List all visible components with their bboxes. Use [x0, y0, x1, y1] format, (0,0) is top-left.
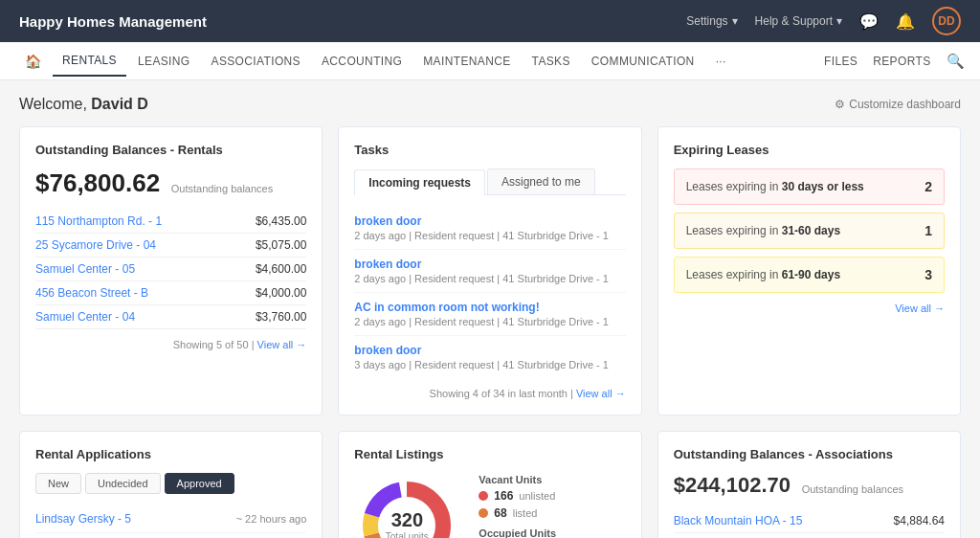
- donut-total-label: Total units: [386, 531, 429, 538]
- gear-icon: ⚙: [835, 98, 845, 111]
- table-row: 456 Beacon Street - B$4,000.00: [35, 281, 306, 305]
- tasks-footer: Showing 4 of 34 in last month | View all…: [354, 388, 625, 399]
- expiring-leases-view-all[interactable]: View all →: [895, 303, 945, 314]
- brand-title: Happy Homes Management: [19, 13, 686, 30]
- outstanding-rentals-label: Outstanding balances: [171, 183, 273, 194]
- nav-maintenance[interactable]: MAINTENANCE: [413, 47, 520, 76]
- list-item[interactable]: Samuel Center - 04: [35, 310, 135, 324]
- tab-assigned-to-me[interactable]: Assigned to me: [487, 168, 595, 194]
- lease-count: 3: [924, 267, 932, 282]
- secondary-nav: 🏠 RENTALS LEASING ASSOCIATIONS ACCOUNTIN…: [0, 42, 980, 80]
- nav-more[interactable]: ···: [706, 47, 736, 76]
- help-chevron: ▾: [836, 14, 842, 28]
- dot-vacant-unlisted: [479, 491, 488, 501]
- welcome-message: Welcome, David D: [19, 96, 148, 113]
- outstanding-rentals-card: Outstanding Balances - Rentals $76,800.6…: [19, 126, 323, 415]
- table-row: 115 Northampton Rd. - 1$6,435.00: [35, 210, 306, 234]
- outstanding-rentals-amount: $76,800.62: [35, 168, 160, 198]
- applicant-name[interactable]: Lindsay Gersky - 5: [35, 512, 131, 526]
- balance-value: $5,075.00: [256, 238, 306, 252]
- settings-link[interactable]: Settings ▾: [686, 14, 737, 28]
- app-tab-new[interactable]: New: [35, 473, 81, 494]
- welcome-bar: Welcome, David D ⚙ Customize dashboard: [19, 96, 961, 113]
- nav-reports[interactable]: REPORTS: [873, 55, 930, 68]
- task-title[interactable]: AC in common room not working!: [354, 301, 625, 314]
- balance-value: $3,760.00: [256, 310, 306, 324]
- outstanding-rentals-footer-text: Showing 5 of 50 |: [173, 339, 257, 350]
- outstanding-rentals-title: Outstanding Balances - Rentals: [35, 143, 306, 157]
- help-link[interactable]: Help & Support ▾: [755, 14, 842, 28]
- task-title[interactable]: broken door: [354, 258, 625, 271]
- top-nav-right: Settings ▾ Help & Support ▾ 💬 🔔 DD: [686, 7, 961, 35]
- table-row: Samuel Center - 05$4,600.00: [35, 258, 306, 281]
- chat-icon[interactable]: 💬: [859, 12, 879, 31]
- lease-count: 2: [924, 179, 932, 194]
- tab-incoming-requests[interactable]: Incoming requests: [354, 169, 485, 195]
- task-title[interactable]: broken door: [354, 344, 625, 357]
- task-meta: 3 days ago | Resident request | 41 Sturb…: [354, 359, 625, 370]
- list-item[interactable]: Samuel Center - 05: [35, 262, 135, 276]
- nav-rentals[interactable]: RENTALS: [53, 46, 126, 77]
- search-icon[interactable]: 🔍: [947, 53, 965, 70]
- balance-value: $4,884.64: [894, 514, 945, 527]
- settings-chevron: ▾: [732, 14, 738, 28]
- dot-vacant-listed: [479, 508, 488, 518]
- outstanding-associations-amount: $244,102.70: [674, 473, 791, 497]
- table-row: Black Mountain HOA - 16$4,884.64: [674, 533, 945, 538]
- tasks-list: broken door2 days ago | Resident request…: [354, 207, 625, 378]
- vacant-listed-val: 68: [494, 506, 506, 520]
- task-title[interactable]: broken door: [354, 214, 625, 228]
- sec-nav-items: 🏠 RENTALS LEASING ASSOCIATIONS ACCOUNTIN…: [15, 46, 824, 77]
- donut-total: 320: [386, 509, 429, 531]
- rental-listings-card: Rental Listings 320 Total units Vaca: [338, 431, 641, 538]
- nav-associations[interactable]: ASSOCIATIONS: [202, 47, 310, 76]
- dashboard-grid: Outstanding Balances - Rentals $76,800.6…: [19, 126, 961, 538]
- customize-label: Customize dashboard: [849, 98, 961, 111]
- tasks-card: Tasks Incoming requests Assigned to me b…: [338, 126, 641, 415]
- list-item[interactable]: 25 Sycamore Drive - 04: [35, 238, 156, 252]
- welcome-prefix: Welcome,: [19, 96, 87, 112]
- lease-label: Leases expiring in 31-60 days: [686, 224, 840, 237]
- lease-count: 1: [924, 223, 932, 238]
- outstanding-rentals-view-all[interactable]: View all →: [257, 339, 307, 350]
- list-item: Lindsay Gersky - 5~ 22 hours ago: [35, 505, 306, 533]
- sec-nav-right: FILES REPORTS 🔍: [824, 53, 965, 70]
- rental-applications-list: Lindsay Gersky - 5~ 22 hours agoChris Pe…: [35, 505, 306, 538]
- list-item: Leases expiring in 30 days or less2: [674, 168, 945, 205]
- app-tab-approved[interactable]: Approved: [165, 473, 234, 494]
- balance-value: $6,435.00: [256, 214, 306, 228]
- list-item[interactable]: 456 Beacon Street - B: [35, 286, 148, 300]
- main-content: Welcome, David D ⚙ Customize dashboard O…: [0, 80, 980, 538]
- nav-leasing[interactable]: LEASING: [128, 47, 200, 76]
- list-item[interactable]: Black Mountain HOA - 15: [674, 514, 803, 527]
- vacant-listed-lbl: listed: [513, 507, 538, 519]
- customize-dashboard-btn[interactable]: ⚙ Customize dashboard: [835, 98, 961, 111]
- nav-accounting[interactable]: ACCOUNTING: [312, 47, 412, 76]
- rental-applications-tabs: New Undecided Approved: [35, 473, 306, 494]
- occupied-units-title: Occupied Units: [479, 527, 556, 538]
- home-icon[interactable]: 🏠: [15, 46, 51, 77]
- expiring-leases-list: Leases expiring in 30 days or less2Lease…: [674, 168, 945, 293]
- legend-vacant-listed: 68 listed: [479, 506, 556, 520]
- app-tab-undecided[interactable]: Undecided: [85, 473, 161, 494]
- donut-chart: 320 Total units: [354, 473, 459, 538]
- help-label: Help & Support: [755, 14, 833, 28]
- nav-tasks[interactable]: TASKS: [523, 47, 580, 76]
- vacant-unlisted-val: 166: [494, 489, 513, 503]
- avatar[interactable]: DD: [932, 7, 961, 35]
- bell-icon[interactable]: 🔔: [896, 12, 915, 31]
- outstanding-associations-amount-row: $244,102.70 Outstanding balances: [674, 473, 945, 498]
- outstanding-associations-list: Black Mountain HOA - 15$4,884.64Black Mo…: [674, 509, 945, 538]
- expiring-leases-footer: View all →: [674, 303, 945, 314]
- tasks-view-all[interactable]: View all →: [576, 388, 626, 399]
- balance-value: $4,000.00: [256, 286, 306, 300]
- list-item: AC in common room not working!2 days ago…: [354, 293, 625, 336]
- nav-communication[interactable]: COMMUNICATION: [582, 47, 704, 76]
- list-item: Chris Perry - 2~ 1 day ago: [35, 533, 306, 538]
- nav-files[interactable]: FILES: [824, 55, 858, 68]
- table-row: 25 Sycamore Drive - 04$5,075.00: [35, 234, 306, 258]
- list-item[interactable]: 115 Northampton Rd. - 1: [35, 214, 162, 228]
- donut-label: 320 Total units: [386, 509, 429, 538]
- settings-label: Settings: [686, 14, 727, 28]
- rental-applications-title: Rental Applications: [35, 447, 306, 461]
